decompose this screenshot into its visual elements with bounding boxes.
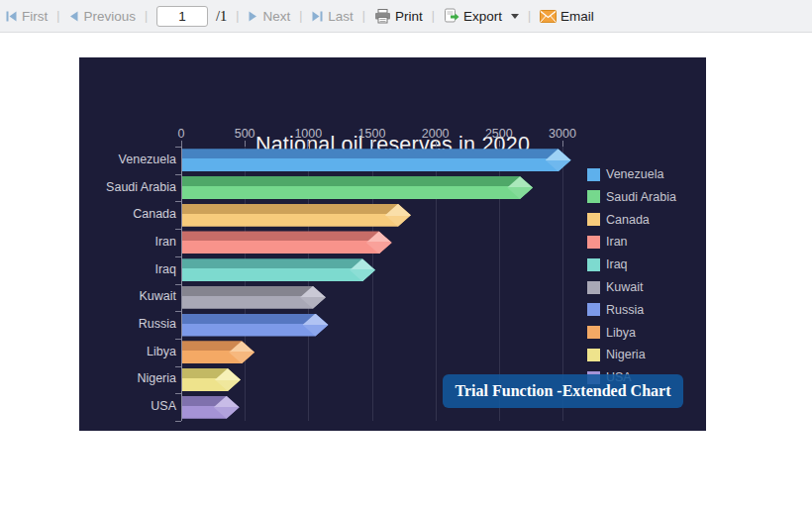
y-axis-tick [175, 174, 181, 175]
x-tick-label: 1000 [276, 127, 340, 141]
bar[interactable] [182, 368, 241, 391]
bar-tip [229, 341, 254, 363]
toolbar-separator: | [145, 9, 148, 23]
y-axis-tick [175, 339, 181, 340]
toolbar-separator: | [236, 9, 239, 23]
email-icon [540, 10, 557, 23]
legend-label: Kuwait [606, 280, 644, 294]
toolbar-separator: | [432, 9, 435, 23]
bar-category-label: Saudi Arabia [79, 180, 176, 194]
bar-category-label: Kuwait [79, 289, 176, 303]
legend-label: Iran [606, 235, 628, 249]
bar-tip [215, 368, 241, 391]
toolbar-separator: | [299, 9, 302, 23]
legend-swatch-icon [587, 190, 600, 203]
legend-item[interactable]: Iraq [587, 257, 628, 271]
bar-category-label: Iran [79, 235, 176, 249]
page-total-label: /1 [216, 8, 227, 25]
export-label: Export [463, 9, 502, 24]
legend-label: Iraq [606, 257, 628, 271]
bar-category-label: Iraq [79, 262, 176, 276]
legend-swatch-icon [587, 303, 600, 316]
legend-swatch-icon [587, 281, 600, 294]
y-axis-tick [175, 393, 181, 394]
legend-label: Venezuela [606, 167, 663, 181]
x-tick-label: 2500 [467, 127, 531, 141]
legend-item[interactable]: Kuwait [587, 280, 644, 294]
legend-item[interactable]: Russia [587, 303, 644, 317]
legend-label: Saudi Arabia [606, 190, 676, 204]
bar-category-label: Canada [79, 207, 176, 221]
first-button[interactable]: First [5, 9, 48, 24]
email-button[interactable]: Email [540, 9, 594, 24]
y-axis-tick [175, 256, 181, 257]
toolbar-separator: | [362, 9, 365, 23]
legend-item[interactable]: Libya [587, 326, 636, 340]
bar[interactable] [182, 286, 326, 309]
bar-tip [214, 396, 240, 419]
chart-panel: National oil reserves in 2020 0500100015… [79, 57, 706, 431]
bar-category-label: Venezuela [79, 153, 176, 166]
first-label: First [22, 9, 48, 24]
legend-item[interactable]: Iran [587, 235, 628, 249]
legend-swatch-icon [587, 326, 600, 339]
legend-item[interactable]: Nigeria [587, 348, 646, 361]
first-page-icon [5, 10, 18, 23]
x-tick-label: 1500 [341, 127, 404, 141]
bar[interactable] [182, 149, 571, 171]
y-axis-tick [175, 366, 181, 367]
last-button[interactable]: Last [311, 9, 354, 24]
print-label: Print [395, 9, 423, 24]
last-label: Last [328, 9, 354, 24]
bar[interactable] [182, 341, 254, 363]
toolbar-separator: | [56, 9, 59, 23]
bar[interactable] [182, 258, 375, 281]
legend-item[interactable]: Saudi Arabia [587, 190, 676, 204]
bar-tip [303, 314, 329, 337]
legend-swatch-icon [587, 258, 600, 271]
next-page-icon [248, 10, 258, 23]
bar-category-label: Nigeria [79, 371, 176, 385]
y-axis-tick [175, 421, 181, 422]
bar[interactable] [182, 204, 411, 227]
email-label: Email [560, 9, 594, 24]
legend-swatch-icon [587, 213, 600, 226]
x-tick-label: 3000 [531, 127, 594, 141]
legend-label: Canada [606, 213, 650, 227]
legend-swatch-icon [587, 236, 600, 249]
bar-tip [546, 149, 571, 171]
toolbar-separator: | [528, 9, 531, 23]
print-button[interactable]: Print [374, 9, 423, 24]
previous-button[interactable]: Previous [68, 9, 136, 24]
bar[interactable] [182, 396, 240, 419]
bar[interactable] [182, 176, 533, 199]
bar-tip [507, 176, 533, 199]
y-axis-tick [175, 284, 181, 285]
legend-item[interactable]: Venezuela [587, 167, 663, 181]
page-number-input[interactable] [156, 6, 208, 27]
export-button[interactable]: Export [444, 8, 519, 24]
bar[interactable] [182, 314, 329, 337]
legend-swatch-icon [587, 168, 600, 181]
x-tick-label: 0 [150, 127, 213, 141]
trial-watermark: Trial Function -Extended Chart [443, 374, 683, 408]
y-axis-tick [175, 229, 181, 230]
y-axis-line [181, 147, 182, 421]
bar-tip [300, 286, 326, 309]
bar[interactable] [182, 231, 392, 254]
legend-item[interactable]: Canada [587, 213, 650, 227]
previous-label: Previous [83, 9, 136, 24]
export-dropdown-caret-icon[interactable] [511, 14, 519, 19]
next-label: Next [262, 9, 290, 24]
y-axis-tick [175, 147, 181, 148]
legend-label: Nigeria [606, 348, 646, 361]
bar-category-label: Russia [79, 317, 176, 331]
bar-category-label: Libya [79, 345, 176, 358]
next-button[interactable]: Next [248, 9, 290, 24]
bar-tip [385, 204, 411, 227]
x-tick-label: 2000 [404, 127, 467, 141]
legend-label: Libya [606, 326, 636, 340]
legend-label: Russia [606, 303, 644, 317]
y-axis-tick [175, 201, 181, 202]
print-icon [374, 9, 391, 24]
